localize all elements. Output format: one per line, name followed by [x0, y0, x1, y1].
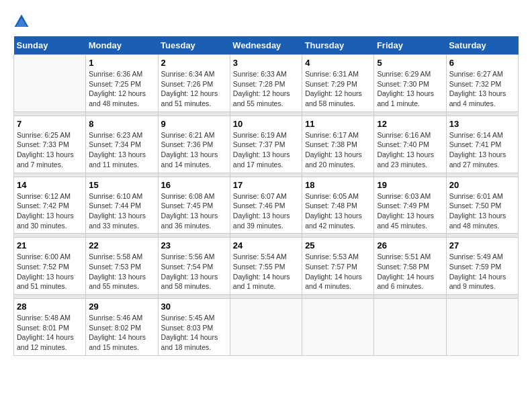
calendar-cell: 3Sunrise: 6:33 AMSunset: 7:28 PMDaylight… [230, 55, 302, 112]
cell-info: Sunrise: 6:17 AMSunset: 7:38 PMDaylight:… [305, 130, 371, 170]
calendar-cell [230, 299, 302, 356]
day-number: 22 [89, 240, 154, 250]
day-number: 27 [449, 240, 515, 250]
calendar-cell: 8Sunrise: 6:23 AMSunset: 7:34 PMDaylight… [86, 116, 158, 173]
calendar-cell: 14Sunrise: 6:12 AMSunset: 7:42 PMDayligh… [14, 177, 86, 234]
day-number: 3 [233, 58, 299, 68]
cell-info: Sunrise: 6:27 AMSunset: 7:32 PMDaylight:… [449, 69, 515, 109]
logo-icon [13, 13, 30, 30]
week-row-3: 14Sunrise: 6:12 AMSunset: 7:42 PMDayligh… [14, 177, 519, 234]
calendar-cell: 5Sunrise: 6:29 AMSunset: 7:30 PMDaylight… [374, 55, 446, 112]
calendar-cell: 30Sunrise: 5:45 AMSunset: 8:03 PMDayligh… [158, 299, 230, 356]
week-row-4: 21Sunrise: 6:00 AMSunset: 7:52 PMDayligh… [14, 238, 519, 295]
calendar-cell: 13Sunrise: 6:14 AMSunset: 7:41 PMDayligh… [446, 116, 518, 173]
day-number: 18 [305, 180, 371, 190]
calendar-cell: 9Sunrise: 6:21 AMSunset: 7:36 PMDaylight… [158, 116, 230, 173]
calendar-cell: 27Sunrise: 5:49 AMSunset: 7:59 PMDayligh… [446, 238, 518, 295]
cell-info: Sunrise: 5:49 AMSunset: 7:59 PMDaylight:… [449, 252, 515, 291]
calendar-cell: 23Sunrise: 5:56 AMSunset: 7:54 PMDayligh… [158, 238, 230, 295]
cell-info: Sunrise: 5:58 AMSunset: 7:53 PMDaylight:… [89, 252, 154, 291]
cell-info: Sunrise: 6:36 AMSunset: 7:25 PMDaylight:… [89, 69, 154, 109]
calendar-cell: 21Sunrise: 6:00 AMSunset: 7:52 PMDayligh… [14, 238, 86, 295]
calendar-cell: 19Sunrise: 6:03 AMSunset: 7:49 PMDayligh… [374, 177, 446, 234]
calendar-cell: 22Sunrise: 5:58 AMSunset: 7:53 PMDayligh… [86, 238, 158, 295]
cell-info: Sunrise: 5:56 AMSunset: 7:54 PMDaylight:… [161, 252, 227, 291]
logo [13, 13, 32, 30]
weekday-header-tuesday: Tuesday [158, 36, 230, 55]
cell-info: Sunrise: 6:12 AMSunset: 7:42 PMDaylight:… [17, 191, 83, 231]
cell-info: Sunrise: 6:31 AMSunset: 7:29 PMDaylight:… [305, 69, 371, 109]
weekday-header-sunday: Sunday [14, 36, 86, 55]
day-number: 17 [233, 180, 299, 190]
cell-info: Sunrise: 6:07 AMSunset: 7:46 PMDaylight:… [233, 191, 299, 231]
day-number: 25 [305, 240, 371, 250]
day-number: 19 [377, 180, 443, 190]
day-number: 5 [377, 58, 443, 68]
calendar-cell [374, 299, 446, 356]
calendar-cell: 12Sunrise: 6:16 AMSunset: 7:40 PMDayligh… [374, 116, 446, 173]
cell-info: Sunrise: 6:19 AMSunset: 7:37 PMDaylight:… [233, 130, 299, 170]
weekday-header-wednesday: Wednesday [230, 36, 302, 55]
calendar-cell: 24Sunrise: 5:54 AMSunset: 7:55 PMDayligh… [230, 238, 302, 295]
week-row-2: 7Sunrise: 6:25 AMSunset: 7:33 PMDaylight… [14, 116, 519, 173]
day-number: 9 [161, 119, 227, 129]
cell-info: Sunrise: 6:23 AMSunset: 7:34 PMDaylight:… [89, 130, 154, 170]
cell-info: Sunrise: 6:14 AMSunset: 7:41 PMDaylight:… [449, 130, 515, 170]
cell-info: Sunrise: 6:08 AMSunset: 7:45 PMDaylight:… [161, 191, 227, 231]
calendar-cell [446, 299, 518, 356]
cell-info: Sunrise: 5:53 AMSunset: 7:57 PMDaylight:… [305, 252, 371, 291]
cell-info: Sunrise: 6:01 AMSunset: 7:50 PMDaylight:… [449, 191, 515, 231]
day-number: 1 [89, 58, 154, 68]
day-number: 2 [161, 58, 227, 68]
day-number: 6 [449, 58, 515, 68]
cell-info: Sunrise: 6:00 AMSunset: 7:52 PMDaylight:… [17, 252, 83, 291]
cell-info: Sunrise: 5:45 AMSunset: 8:03 PMDaylight:… [161, 313, 227, 353]
day-number: 23 [161, 240, 227, 250]
calendar-cell: 25Sunrise: 5:53 AMSunset: 7:57 PMDayligh… [302, 238, 374, 295]
day-number: 21 [17, 240, 83, 250]
cell-info: Sunrise: 6:33 AMSunset: 7:28 PMDaylight:… [233, 69, 299, 109]
week-row-5: 28Sunrise: 5:48 AMSunset: 8:01 PMDayligh… [14, 299, 519, 356]
calendar-cell [14, 55, 86, 112]
day-number: 12 [377, 119, 443, 129]
calendar-cell: 6Sunrise: 6:27 AMSunset: 7:32 PMDaylight… [446, 55, 518, 112]
calendar-cell: 18Sunrise: 6:05 AMSunset: 7:48 PMDayligh… [302, 177, 374, 234]
weekday-header-saturday: Saturday [446, 36, 518, 55]
day-number: 29 [89, 302, 154, 312]
calendar-cell: 7Sunrise: 6:25 AMSunset: 7:33 PMDaylight… [14, 116, 86, 173]
calendar-cell: 11Sunrise: 6:17 AMSunset: 7:38 PMDayligh… [302, 116, 374, 173]
week-row-1: 1Sunrise: 6:36 AMSunset: 7:25 PMDaylight… [14, 55, 519, 112]
day-number: 28 [17, 302, 83, 312]
day-number: 8 [89, 119, 154, 129]
cell-info: Sunrise: 6:29 AMSunset: 7:30 PMDaylight:… [377, 69, 443, 109]
cell-info: Sunrise: 6:10 AMSunset: 7:44 PMDaylight:… [89, 191, 154, 231]
day-number: 15 [89, 180, 154, 190]
calendar-cell: 17Sunrise: 6:07 AMSunset: 7:46 PMDayligh… [230, 177, 302, 234]
day-number: 30 [161, 302, 227, 312]
weekday-header-monday: Monday [86, 36, 158, 55]
day-number: 24 [233, 240, 299, 250]
calendar-cell: 16Sunrise: 6:08 AMSunset: 7:45 PMDayligh… [158, 177, 230, 234]
weekday-header-thursday: Thursday [302, 36, 374, 55]
cell-info: Sunrise: 5:51 AMSunset: 7:58 PMDaylight:… [377, 252, 443, 291]
day-number: 11 [305, 119, 371, 129]
cell-info: Sunrise: 5:54 AMSunset: 7:55 PMDaylight:… [233, 252, 299, 291]
day-number: 26 [377, 240, 443, 250]
page-header [13, 13, 519, 30]
day-number: 10 [233, 119, 299, 129]
cell-info: Sunrise: 6:05 AMSunset: 7:48 PMDaylight:… [305, 191, 371, 231]
day-number: 20 [449, 180, 515, 190]
calendar-cell: 29Sunrise: 5:46 AMSunset: 8:02 PMDayligh… [86, 299, 158, 356]
calendar-cell: 20Sunrise: 6:01 AMSunset: 7:50 PMDayligh… [446, 177, 518, 234]
weekday-header-friday: Friday [374, 36, 446, 55]
cell-info: Sunrise: 5:48 AMSunset: 8:01 PMDaylight:… [17, 313, 83, 353]
day-number: 4 [305, 58, 371, 68]
day-number: 16 [161, 180, 227, 190]
calendar-cell: 1Sunrise: 6:36 AMSunset: 7:25 PMDaylight… [86, 55, 158, 112]
calendar-cell: 15Sunrise: 6:10 AMSunset: 7:44 PMDayligh… [86, 177, 158, 234]
calendar-cell: 28Sunrise: 5:48 AMSunset: 8:01 PMDayligh… [14, 299, 86, 356]
cell-info: Sunrise: 5:46 AMSunset: 8:02 PMDaylight:… [89, 313, 154, 353]
cell-info: Sunrise: 6:16 AMSunset: 7:40 PMDaylight:… [377, 130, 443, 170]
cell-info: Sunrise: 6:03 AMSunset: 7:49 PMDaylight:… [377, 191, 443, 231]
day-number: 14 [17, 180, 83, 190]
